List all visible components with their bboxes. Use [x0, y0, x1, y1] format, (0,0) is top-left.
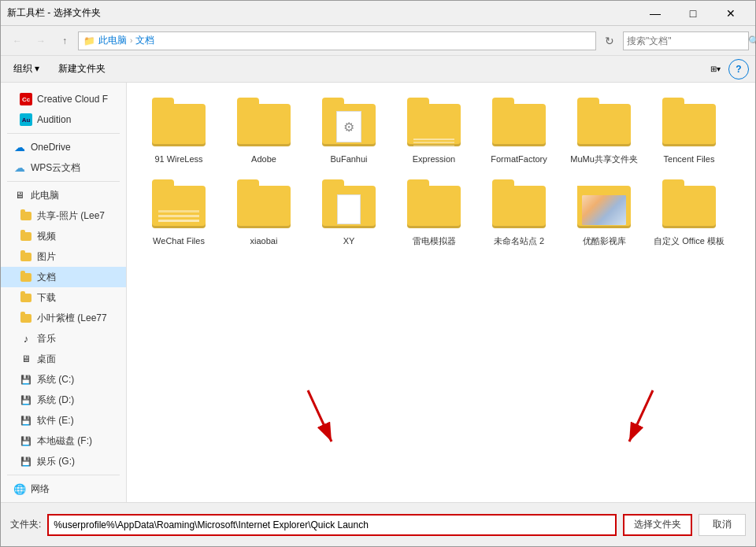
breadcrumb-pc[interactable]: 此电脑: [98, 34, 127, 47]
sidebar-label-video: 视频: [37, 230, 56, 243]
sidebar-item-downloads[interactable]: 下载: [1, 287, 126, 308]
sidebar-item-wps[interactable]: ☁ WPS云文档: [1, 157, 126, 178]
file-label: xiaobai: [250, 235, 278, 246]
file-label: BuFanhui: [330, 153, 367, 164]
drive-e-icon: 💾: [20, 414, 32, 427]
organize-button[interactable]: 组织 ▾: [7, 60, 46, 79]
sidebar-item-onedrive[interactable]: ☁ OneDrive: [1, 137, 126, 157]
list-item[interactable]: Expression: [395, 95, 473, 171]
music-icon: ♪: [20, 332, 32, 345]
file-label: 自定义 Office 模板: [654, 235, 724, 246]
sidebar-item-creative-cloud[interactable]: Cc Creative Cloud F: [1, 89, 126, 109]
au-icon: Au: [20, 113, 32, 126]
toolbar-right: ⊞▾ ?: [705, 59, 749, 79]
file-label: 优酷影视库: [583, 235, 626, 246]
main-area: Cc Creative Cloud F Au Audition ☁: [1, 83, 755, 502]
list-item[interactable]: Tencent Files: [650, 95, 728, 171]
folder-icon: [491, 183, 547, 231]
file-name-label: 文件夹:: [10, 518, 41, 531]
cc-icon: Cc: [20, 93, 32, 105]
wps-icon: ☁: [13, 161, 26, 174]
list-item[interactable]: MuMu共享文件夹: [565, 95, 643, 171]
list-item[interactable]: FormatFactory: [480, 95, 558, 171]
folder-icon: [235, 102, 292, 149]
drive-f-icon: 💾: [20, 434, 32, 447]
file-label: XY: [343, 235, 355, 246]
sidebar-label-downloads: 下载: [37, 291, 56, 305]
file-grid: 91 WireLess Adobe: [139, 95, 743, 253]
breadcrumb-docs[interactable]: 文档: [135, 34, 154, 47]
arrow-annotation-left: [300, 386, 347, 449]
select-folder-button[interactable]: 选择文件夹: [623, 514, 692, 536]
list-item[interactable]: 优酷影视库: [565, 177, 643, 253]
file-name-input[interactable]: [47, 514, 617, 536]
back-button[interactable]: ←: [7, 31, 28, 51]
list-item[interactable]: 雷电模拟器: [395, 177, 473, 253]
list-item[interactable]: 91 WireLess: [139, 95, 218, 171]
sidebar-label-desktop: 桌面: [37, 353, 56, 366]
search-box: 🔍: [623, 31, 749, 50]
search-icon: 🔍: [748, 35, 756, 46]
sidebar-item-video[interactable]: 视频: [1, 226, 126, 246]
up-button[interactable]: ↑: [54, 31, 75, 51]
sidebar-item-shared-photos[interactable]: 共享-照片 (Lee7: [1, 205, 126, 226]
arrow-annotation-right: [613, 386, 661, 449]
sidebar-label-xiaoyezitan: 小叶紫檀 (Lee77: [37, 312, 107, 325]
list-item[interactable]: 自定义 Office 模板: [650, 177, 728, 253]
dialog-title: 新工具栏 - 选择文件夹: [7, 6, 101, 20]
file-label: Adobe: [251, 153, 276, 164]
breadcrumb: 此电脑 › 文档: [98, 34, 154, 47]
folder-icon: [150, 102, 207, 149]
list-item[interactable]: ⚙ BuFanhui: [309, 95, 388, 171]
bottom-bar: 文件夹: 选择文件夹 取消: [1, 502, 755, 546]
sidebar-item-drive-d[interactable]: 💾 系统 (D:): [1, 390, 126, 410]
onedrive-icon: ☁: [13, 141, 26, 153]
maximize-button[interactable]: □: [675, 3, 711, 24]
new-folder-button[interactable]: 新建文件夹: [52, 60, 112, 79]
file-label: Tencent Files: [664, 153, 715, 164]
list-item[interactable]: WeChat Files: [139, 177, 218, 253]
sidebar-item-documents[interactable]: 文档: [1, 267, 126, 287]
folder-icon: [150, 183, 207, 231]
drive-g-icon: 💾: [20, 455, 32, 468]
sidebar-item-drive-e[interactable]: 💾 软件 (E:): [1, 410, 126, 431]
list-item[interactable]: XY: [309, 177, 388, 253]
sidebar-item-xiaoyezitan[interactable]: 小叶紫檀 (Lee77: [1, 308, 126, 328]
view-button[interactable]: ⊞▾: [705, 59, 725, 79]
sidebar-item-this-pc[interactable]: 🖥 此电脑: [1, 185, 126, 205]
sidebar-label-network: 网络: [31, 482, 50, 496]
close-button[interactable]: ✕: [713, 3, 749, 24]
minimize-button[interactable]: —: [637, 3, 673, 24]
sidebar-label-this-pc: 此电脑: [31, 189, 59, 202]
sidebar-label-drive-d: 系统 (D:): [37, 394, 74, 407]
sidebar-item-drive-g[interactable]: 💾 娱乐 (G:): [1, 451, 126, 471]
forward-button[interactable]: →: [31, 31, 51, 51]
list-item[interactable]: 未命名站点 2: [480, 177, 558, 253]
list-item[interactable]: xiaobai: [224, 177, 303, 253]
sidebar-item-network[interactable]: 🌐 网络: [1, 479, 126, 499]
sidebar-divider-2: [7, 181, 120, 182]
sidebar-item-desktop[interactable]: 🖥 桌面: [1, 349, 126, 369]
file-label: 未命名站点 2: [494, 235, 544, 246]
sidebar-label-drive-g: 娱乐 (G:): [37, 455, 75, 468]
sidebar-label-drive-f: 本地磁盘 (F:): [37, 434, 92, 448]
window-controls: — □ ✕: [637, 3, 749, 24]
network-icon: 🌐: [13, 482, 26, 495]
address-bar: 📁 此电脑 › 文档: [78, 31, 596, 50]
sidebar-item-audition[interactable]: Au Audition: [1, 109, 126, 130]
sidebar-item-pictures[interactable]: 图片: [1, 246, 126, 267]
sidebar-label-drive-c: 系统 (C:): [37, 373, 74, 386]
search-input[interactable]: [627, 35, 745, 46]
documents-icon: [20, 271, 32, 283]
sidebar-item-music[interactable]: ♪ 音乐: [1, 328, 126, 349]
cancel-button[interactable]: 取消: [699, 514, 746, 536]
sidebar-item-drive-f[interactable]: 💾 本地磁盘 (F:): [1, 431, 126, 451]
sidebar-item-drive-c[interactable]: 💾 系统 (C:): [1, 369, 126, 390]
drive-d-icon: 💾: [20, 394, 32, 406]
list-item[interactable]: Adobe: [224, 95, 303, 171]
downloads-icon: [20, 291, 32, 304]
folder-icon: [576, 102, 632, 149]
help-button[interactable]: ?: [728, 59, 749, 79]
refresh-button[interactable]: ↻: [599, 31, 620, 51]
folder-icon: [576, 183, 632, 231]
